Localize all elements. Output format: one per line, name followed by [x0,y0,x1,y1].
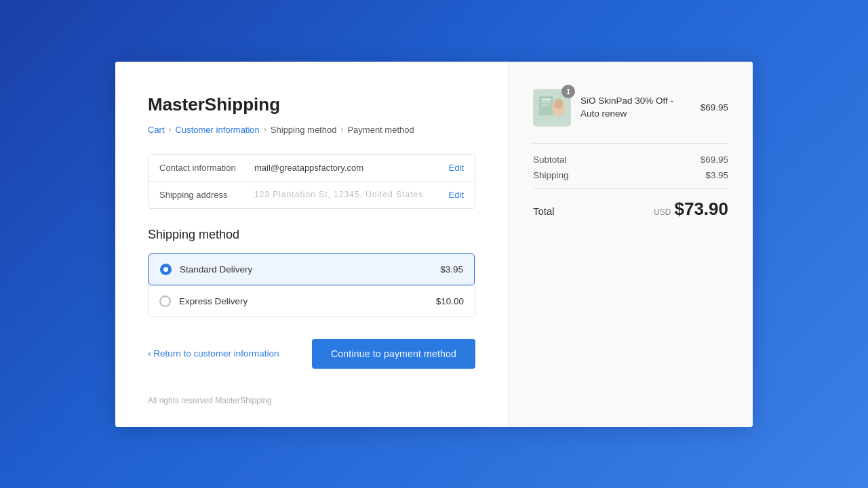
breadcrumb: Cart › Customer information › Shipping m… [148,125,475,135]
info-box: Contact information mail@greatappsfactor… [148,154,475,209]
shipping-address-row: Shipping address 123 Plantation St, 1234… [149,181,475,208]
standard-delivery-price: $3.95 [440,264,463,274]
product-badge: 1 [561,85,575,98]
express-delivery-price: $10.00 [436,296,464,306]
total-currency: USD [654,207,671,217]
shipping-address-value: 123 Plantation St, 12345, United States [254,190,443,199]
shipping-address-label: Shipping address [159,190,254,200]
svg-rect-3 [542,102,551,103]
shipping-summary-label: Shipping [533,170,569,180]
breadcrumb-sep-1: › [169,125,172,134]
checkout-container: MasterShipping Cart › Customer informati… [115,62,753,427]
total-row: Total USD $73.90 [533,199,728,220]
shipping-summary-value: $3.95 [705,170,728,180]
product-name: SiO SkinPad 30% Off - Auto renew [580,95,691,121]
subtotal-label: Subtotal [533,155,567,165]
contact-info-label: Contact information [159,163,254,173]
radio-express [159,296,171,307]
brand-title: MasterShipping [148,94,475,115]
shipping-options: Standard Delivery $3.95 Express Delivery… [148,253,475,317]
product-price: $69.95 [701,102,728,113]
left-panel: MasterShipping Cart › Customer informati… [115,62,509,427]
breadcrumb-shipping: Shipping method [271,125,337,135]
standard-delivery-label: Standard Delivery [180,264,440,274]
subtotal-value: $69.95 [701,155,728,165]
summary-divider [533,143,728,144]
svg-rect-2 [542,98,551,100]
breadcrumb-sep-3: › [340,125,343,134]
shipping-address-edit-link[interactable]: Edit [449,190,464,200]
shipping-summary-row: Shipping $3.95 [533,170,728,180]
total-divider [533,188,728,189]
return-link[interactable]: ‹ Return to customer information [148,348,279,359]
shipping-option-express[interactable]: Express Delivery $10.00 [149,285,475,317]
total-amount: $73.90 [674,199,728,220]
breadcrumb-payment: Payment method [347,125,414,135]
subtotal-row: Subtotal $69.95 [533,155,728,165]
shipping-section-title: Shipping method [148,228,475,242]
product-row: 1 SiO SkinPad 30% Off - Auto renew $69.9… [533,89,728,127]
breadcrumb-sep-2: › [264,125,267,134]
copyright-text: All rights reserved MasterShipping [148,396,475,405]
product-image-wrap: 1 [533,89,571,127]
contact-email: mail@greatappsfactory.com [254,163,443,173]
radio-standard [160,264,172,275]
contact-info-row: Contact information mail@greatappsfactor… [149,155,475,181]
svg-point-6 [554,98,564,108]
breadcrumb-customer-info[interactable]: Customer information [176,125,260,135]
radio-inner-standard [163,267,168,272]
express-delivery-label: Express Delivery [179,296,436,306]
svg-rect-4 [542,104,549,106]
contact-edit-link[interactable]: Edit [449,163,464,173]
shipping-option-standard[interactable]: Standard Delivery $3.95 [149,253,475,285]
continue-button[interactable]: Continue to payment method [312,339,475,369]
total-value-group: USD $73.90 [654,199,728,220]
footer-actions: ‹ Return to customer information Continu… [148,339,475,369]
total-label: Total [533,205,555,217]
right-panel: 1 SiO SkinPad 30% Off - Auto renew $69.9… [509,62,753,427]
breadcrumb-cart[interactable]: Cart [148,125,165,135]
